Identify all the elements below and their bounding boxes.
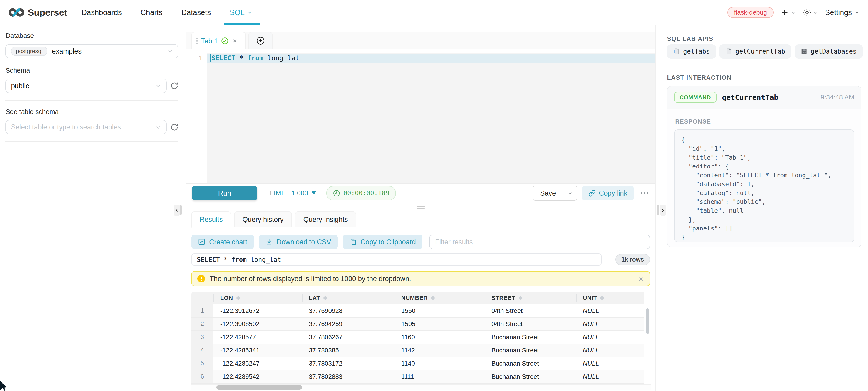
nav-item-charts[interactable]: Charts [141,0,163,25]
row-number: 5 [191,357,214,370]
sort-icon [237,296,240,300]
row-number: 3 [191,331,214,344]
table-cell: NULL [576,357,644,370]
print-margin-ruler [475,63,475,183]
table-row: 4 -122.4285341 37.780385 1142 Buchanan S… [191,344,644,357]
link-icon [588,190,596,197]
sort-icon [519,296,522,300]
results-splitter-handle[interactable] [417,206,425,209]
collapse-sidebar-button[interactable] [174,205,180,216]
column-header-number[interactable]: NUMBER [395,292,485,304]
nav-item-dashboards[interactable]: Dashboards [82,0,122,25]
download-csv-button[interactable]: Download to CSV [259,235,338,249]
table-row: 3 -122.428577 37.7806267 1160 Buchanan S… [191,331,644,344]
new-tab-button[interactable] [248,32,273,48]
table-cell: -122.4285341 [214,344,302,357]
row-number: 2 [191,318,214,330]
column-header-unit[interactable]: UNIT [576,292,644,304]
table-cell: 1160 [395,331,485,344]
table-horizontal-scrollbar-thumb[interactable] [216,385,302,390]
close-icon[interactable] [638,275,644,282]
get-current-tab-button[interactable]: getCurrentTab [719,44,791,59]
left-splitter-handle[interactable] [180,205,182,215]
json-line: "catalog": null, [681,189,854,197]
query-timer-badge: 00:00:00.189 [327,186,396,200]
caret-down-icon [311,191,316,195]
nav-item-sql[interactable]: SQL [229,0,252,25]
copy-link-button[interactable]: Copy link [582,186,634,200]
environment-badge: flask-debug [727,7,773,18]
close-tab-icon[interactable] [232,38,237,43]
expand-right-panel-button[interactable] [660,205,666,216]
row-count-badge: 1k rows [616,254,650,265]
table-select[interactable]: Select table or type to search tables [5,120,166,134]
navbar-right: flask-debug S [727,7,859,18]
command-badge: COMMAND [674,92,716,103]
table-cell: -122.4285247 [214,357,302,370]
file-icon [725,48,732,55]
divider [5,100,178,101]
sql-code-editor[interactable]: 1 SELECT * from long_lat [189,53,656,183]
column-header-lon[interactable]: LON [214,292,302,304]
chevron-down-icon [855,10,859,15]
table-cell: -122.4289542 [214,370,302,383]
sort-icon [600,296,604,300]
results-tabbar: Results Query history Query Insights [186,211,656,227]
nav-item-datasets[interactable]: Datasets [182,0,211,25]
get-databases-button[interactable]: getDatabases [795,44,863,59]
card-file-box-icon [801,48,807,55]
more-options-button[interactable] [640,190,650,196]
table-row: 1 -122.3912672 37.7690928 1550 04th Stre… [191,304,644,318]
row-number: 6 [191,370,214,383]
tab-query-insights[interactable]: Query Insights [295,211,356,227]
refresh-schemas-button[interactable] [170,82,178,90]
column-header-lat[interactable]: LAT [302,292,395,304]
table-cell: 37.780385 [302,344,395,357]
table-cell: 1505 [395,318,485,330]
column-header-street[interactable]: STREET [485,292,576,304]
tab-query-history[interactable]: Query history [234,211,291,227]
editor-tab-1[interactable]: Tab 1 [191,32,246,49]
save-split-button: Save [533,186,577,201]
navbar: Superset Dashboards Charts Datasets SQL … [0,0,868,26]
tab-results[interactable]: Results [191,211,231,228]
table-cell: 04th Street [485,304,576,317]
clock-icon [333,190,340,197]
drag-handle-icon [196,38,197,44]
sort-icon [323,296,327,300]
copy-to-clipboard-button[interactable]: Copy to Clipboard [343,235,423,249]
elapsed-time: 00:00:00.189 [343,189,389,197]
get-tabs-button[interactable]: getTabs [667,44,716,59]
save-button[interactable]: Save [533,186,563,200]
theme-toggle-button[interactable] [803,8,818,17]
table-header-row: LON LAT NUMBER STREET UNIT [191,292,644,304]
run-button[interactable]: Run [192,186,257,200]
table-vertical-scrollbar[interactable] [646,308,649,334]
table-row: 6 -122.4289542 37.7802883 1111 Buchanan … [191,370,644,384]
interaction-card-header: COMMAND getCurrentTab 9:34:48 AM [668,86,861,109]
right-splitter-handle[interactable] [657,205,659,215]
brand-title: Superset [28,7,67,18]
json-line: { [681,135,854,144]
settings-menu[interactable]: Settings [825,8,859,17]
table-row: 2 -122.3908502 37.7694259 1505 04th Stre… [191,318,644,331]
chevron-down-icon [167,48,173,54]
save-options-caret[interactable] [563,186,577,200]
create-chart-button[interactable]: Create chart [191,235,254,249]
table-cell: 37.7803172 [302,357,395,370]
new-item-button[interactable] [781,8,796,17]
refresh-tables-button[interactable] [170,123,178,131]
filter-results-input[interactable] [429,235,650,249]
table-cell: NULL [576,370,644,383]
table-cell: Buchanan Street [485,331,576,344]
limit-dropdown[interactable]: LIMIT: 1 000 [270,189,316,197]
query-preview-row: SELECT * from long_lat 1k rows [191,253,650,266]
table-cell: 37.7802883 [302,370,395,383]
json-line: "id": "1", [681,144,854,153]
schema-select[interactable]: public [5,78,166,93]
json-line: "panels": [] [681,224,854,233]
table-horizontal-scrollbar-track[interactable] [191,384,651,390]
brand[interactable]: Superset [9,7,67,18]
table-cell: Buchanan Street [485,370,576,383]
database-select[interactable]: postgresql examples [5,44,178,58]
